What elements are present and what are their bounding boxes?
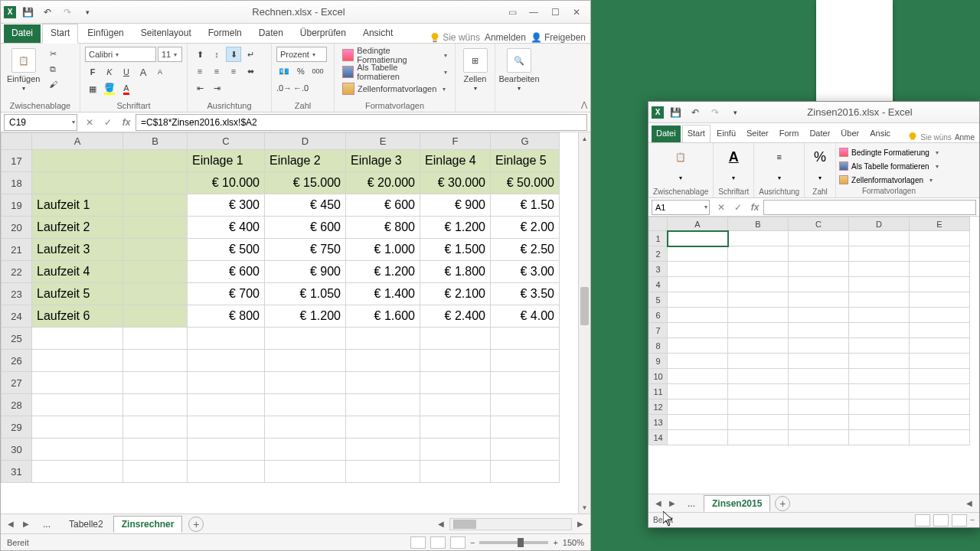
view-pagelayout-icon[interactable]: [430, 536, 446, 549]
name-box[interactable]: C19▾: [4, 114, 77, 131]
cell[interactable]: € 50.000: [491, 172, 560, 194]
shrink-font-icon[interactable]: A: [152, 64, 168, 80]
tab-data[interactable]: Dater: [805, 126, 835, 142]
col-header[interactable]: B: [123, 133, 188, 150]
cell[interactable]: € 2.100: [420, 283, 491, 305]
dec-decimal-icon[interactable]: ←.0: [293, 80, 309, 96]
cell[interactable]: [910, 399, 970, 415]
cell[interactable]: [668, 399, 728, 415]
sheet-ellipsis[interactable]: ...: [34, 516, 59, 533]
qat-customize-icon[interactable]: ▾: [79, 4, 96, 21]
cell[interactable]: € 750: [265, 239, 346, 261]
view-pagelayout-icon[interactable]: [933, 514, 949, 527]
row-header[interactable]: 18: [2, 172, 32, 194]
tab-data[interactable]: Daten: [251, 24, 291, 43]
maximize-icon[interactable]: ☐: [544, 4, 566, 21]
cell[interactable]: [728, 231, 789, 246]
cell[interactable]: € 900: [265, 261, 346, 283]
row-header[interactable]: 28: [2, 394, 32, 416]
cell[interactable]: [789, 430, 849, 445]
align-left-icon[interactable]: ≡: [192, 64, 207, 79]
col-header[interactable]: E: [910, 217, 970, 231]
cell[interactable]: [789, 338, 849, 354]
cell[interactable]: [728, 246, 789, 262]
cell[interactable]: [728, 262, 789, 277]
undo-icon[interactable]: ↶: [39, 4, 56, 21]
tab-formulas[interactable]: Formeln: [201, 24, 250, 43]
col-header[interactable]: F: [420, 133, 491, 150]
cell[interactable]: [668, 262, 728, 277]
cell[interactable]: [849, 262, 910, 277]
cell[interactable]: [728, 399, 789, 415]
scroll-thumb[interactable]: [580, 287, 589, 325]
sheet-tab-active[interactable]: Zinsrechner: [113, 516, 183, 533]
font-size-select[interactable]: 11▾: [158, 47, 182, 62]
cell[interactable]: [123, 217, 188, 239]
cell[interactable]: Einlage 1: [188, 150, 265, 172]
number-format-select[interactable]: Prozent▾: [276, 47, 327, 62]
cell[interactable]: € 1.200: [265, 305, 346, 328]
cell[interactable]: [728, 384, 789, 399]
row-header[interactable]: 17: [2, 150, 32, 172]
thousands-icon[interactable]: 000: [310, 64, 325, 79]
col-header[interactable]: B: [728, 217, 789, 231]
cell[interactable]: [789, 246, 849, 262]
cell[interactable]: € 700: [188, 283, 265, 305]
row-header[interactable]: 27: [2, 372, 32, 394]
cell[interactable]: [668, 246, 728, 262]
cell[interactable]: € 400: [188, 217, 265, 239]
copy-icon[interactable]: ⧉: [44, 62, 61, 76]
row-header[interactable]: 23: [2, 283, 32, 305]
cell[interactable]: € 800: [346, 217, 420, 239]
cell[interactable]: Laufzeit 2: [32, 217, 123, 239]
sheet-nav-last-icon[interactable]: ▶: [665, 497, 679, 510]
cell[interactable]: Einlage 2: [265, 150, 346, 172]
cell[interactable]: [728, 277, 789, 292]
col-header[interactable]: C: [188, 133, 265, 150]
view-pagebreak-icon[interactable]: [952, 514, 967, 527]
close-icon[interactable]: ✕: [566, 4, 587, 21]
align-icon[interactable]: ≡: [769, 146, 790, 168]
cell[interactable]: [123, 283, 188, 305]
cell[interactable]: € 2.50: [491, 239, 560, 261]
inc-decimal-icon[interactable]: .0→: [276, 80, 292, 96]
cell[interactable]: [728, 369, 789, 384]
cell[interactable]: [789, 354, 849, 369]
cell[interactable]: € 1.800: [420, 261, 491, 283]
signin-link[interactable]: Anmelden: [485, 32, 526, 43]
share-button[interactable]: 👤Freigeben: [531, 32, 586, 43]
worksheet-grid[interactable]: A B C D E F G 17 Einlage 1 Einlage 2 Ein…: [1, 132, 578, 514]
row-header[interactable]: 3: [649, 262, 668, 277]
zoom-slider[interactable]: [479, 541, 548, 544]
row-header[interactable]: 31: [2, 461, 32, 483]
cell[interactable]: [849, 323, 910, 338]
cell[interactable]: [668, 369, 728, 384]
cell[interactable]: [910, 231, 970, 246]
cell[interactable]: [849, 338, 910, 354]
cell[interactable]: [910, 308, 970, 323]
zoom-level[interactable]: 150%: [563, 538, 584, 547]
col-header[interactable]: A: [32, 133, 123, 150]
cells-button[interactable]: ⊞ Zellen▾: [460, 47, 490, 93]
row-header[interactable]: 4: [649, 277, 668, 292]
zoom-out-icon[interactable]: −: [470, 538, 475, 547]
cell[interactable]: € 500: [188, 239, 265, 261]
cell[interactable]: € 900: [420, 194, 491, 217]
cell[interactable]: € 10.000: [188, 172, 265, 194]
cell[interactable]: € 1.600: [346, 305, 420, 328]
underline-button[interactable]: U: [119, 64, 134, 80]
row-header[interactable]: 14: [649, 430, 668, 445]
tellme[interactable]: Sie wüns: [907, 132, 952, 142]
cell[interactable]: [849, 354, 910, 369]
cell[interactable]: [910, 430, 970, 445]
name-box[interactable]: A1▾: [652, 200, 710, 215]
bold-button[interactable]: F: [85, 64, 100, 80]
save-icon[interactable]: 💾: [667, 104, 684, 121]
wrap-text-icon[interactable]: ↵: [243, 47, 258, 62]
conditional-formatting[interactable]: Bedingte Formatierung▾: [339, 47, 450, 64]
save-icon[interactable]: 💾: [19, 4, 36, 21]
cell[interactable]: [789, 323, 849, 338]
tab-view[interactable]: Ansic: [865, 126, 895, 142]
cell[interactable]: € 1.50: [491, 194, 560, 217]
cell[interactable]: [668, 354, 728, 369]
